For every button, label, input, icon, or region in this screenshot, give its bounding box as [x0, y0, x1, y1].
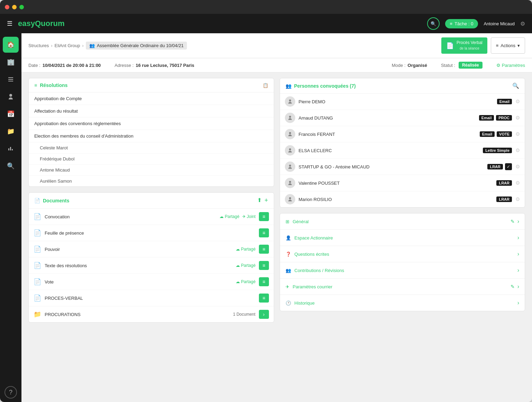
person-badges: LRAR: [496, 196, 512, 202]
lrar-badge: LRAR: [487, 164, 503, 169]
sidebar-item-stats[interactable]: [3, 141, 19, 157]
documents-actions: ⬆ +: [257, 197, 268, 204]
sidebar-item-home[interactable]: 🏠: [3, 37, 19, 53]
persons-icon: 👥: [286, 83, 291, 89]
upload-icon[interactable]: ⬆: [257, 197, 262, 204]
question-icon: ❓: [286, 252, 291, 257]
person-settings-icon[interactable]: ⚙: [515, 115, 520, 121]
resolutions-list: Approbation de Compte Affectation du rés…: [29, 93, 274, 186]
shared-badge: ☁ Partagé: [236, 263, 255, 268]
search-button[interactable]: 🔍: [427, 17, 440, 30]
contributions-row[interactable]: 👥 Contributions / Révisions ›: [280, 262, 525, 279]
breadcrumb-eliant[interactable]: EliAnt Group: [55, 43, 80, 48]
pv-button[interactable]: 📄 Procès Verbal de la séance: [441, 37, 487, 54]
resolution-sub-item: Aurélien Samon: [29, 176, 274, 186]
doc-menu-button[interactable]: ≡: [259, 212, 269, 221]
resolution-item: Affectation du résultat: [29, 105, 274, 117]
resolution-item: Approbation des conventions réglementées: [29, 117, 274, 130]
content-area: ≡ Résolutions 📋 Approbation de Compte Af…: [21, 72, 532, 328]
sidebar-item-calendar[interactable]: 📅: [3, 106, 19, 122]
person-settings-icon[interactable]: ⚙: [515, 131, 520, 137]
params-link[interactable]: ⚙ Paramètres: [496, 63, 525, 68]
main-content: Structures › EliAnt Group › 👥 Assemblée …: [21, 33, 532, 402]
settings-icon[interactable]: ⚙: [520, 20, 525, 27]
general-text: Général: [293, 219, 309, 224]
mode-info: Mode : Organisé: [392, 63, 427, 68]
persons-title: 👥 Personnes convoquées (7): [286, 83, 356, 89]
avatar: [285, 129, 295, 139]
person-settings-icon[interactable]: ⚙: [515, 180, 520, 186]
sidebar-item-users[interactable]: [3, 89, 19, 105]
maximize-button[interactable]: [19, 5, 24, 9]
meeting-icon: 👥: [89, 43, 95, 48]
params-courrier-row[interactable]: ✈ Paramètres courrier ✎ ›: [280, 279, 525, 295]
breadcrumb-structures[interactable]: Structures: [28, 43, 49, 48]
address-value: 16 rue Lecluse, 75017 Paris: [136, 63, 194, 68]
espace-actionnaire-row[interactable]: 👤 Espace Actionnaire ›: [280, 230, 525, 246]
avatar: [285, 96, 295, 107]
questions-ecrites-row[interactable]: ❓ Questions écrites ›: [280, 246, 525, 262]
info-bar: Date : 10/04/2021 de 20:00 à 21:00 Adres…: [21, 58, 532, 72]
minimize-button[interactable]: [12, 5, 17, 9]
sidebar-item-documents[interactable]: 📁: [3, 123, 19, 139]
doc-row-vote: 📄 Vote ☁ Partagé ≡: [29, 274, 274, 290]
person-row: Arnaud DUTANG Email PROC ⚙: [280, 110, 525, 126]
sidebar-item-structures[interactable]: 🏢: [3, 54, 19, 70]
person-badges: Email PROC: [479, 115, 512, 121]
historique-row[interactable]: 🕐 Historique ›: [280, 295, 525, 311]
pv-icon: 📄: [446, 42, 454, 50]
avatar: [285, 113, 295, 123]
sidebar-item-list[interactable]: [3, 71, 19, 87]
person-settings-icon[interactable]: ⚙: [515, 164, 520, 170]
actions-button[interactable]: ≡ Actions ▾: [491, 37, 525, 54]
doc-menu-button[interactable]: ≡: [259, 228, 269, 237]
documents-list: 📄 Convocation ☁ Partagé ✈ Joint ≡ 📄: [29, 209, 274, 322]
sidebar-item-search[interactable]: 🔍: [3, 158, 19, 174]
hamburger-icon[interactable]: ☰: [7, 20, 12, 27]
task-button[interactable]: ≡ Tâche : 0: [445, 19, 478, 28]
doc-menu-button[interactable]: ≡: [259, 294, 269, 303]
user-name: Antoine Micaud: [484, 21, 515, 26]
documents-label: Documents: [43, 198, 69, 203]
person-icon: 👤: [286, 235, 291, 241]
add-document-icon[interactable]: +: [264, 197, 268, 204]
svg-rect-0: [8, 77, 13, 78]
resolution-sub-item: Celeste Marot: [29, 142, 274, 154]
logo: easyQuorum: [18, 19, 65, 28]
app-window: ☰ easyQuorum 🔍 ≡ Tâche : 0 Antoine Micau…: [0, 0, 532, 402]
persons-search-icon[interactable]: 🔍: [512, 82, 519, 89]
close-button[interactable]: [5, 5, 9, 9]
doc-row-procurations: 📁 PROCURATIONS 1 Document ›: [29, 306, 274, 322]
logo-plain: easy: [18, 19, 35, 28]
edit-icon[interactable]: ✎: [511, 284, 515, 289]
statut-section: Statut : Réalisée: [441, 62, 483, 69]
resolution-group: Election des membres du conseil d'Admini…: [29, 130, 274, 142]
sidebar-item-help[interactable]: ?: [4, 386, 17, 399]
resolutions-header: ≡ Résolutions 📋: [29, 78, 274, 93]
doc-name: PROCES-VERBAL: [45, 296, 252, 301]
person-settings-icon[interactable]: ⚙: [515, 98, 520, 105]
doc-menu-button[interactable]: ≡: [259, 261, 269, 270]
breadcrumb: Structures › EliAnt Group › 👥 Assemblée …: [28, 42, 187, 50]
chevron-right-icon: ›: [517, 267, 519, 273]
person-row: Francois FERANT Email VOTE ⚙: [280, 126, 525, 142]
person-settings-icon[interactable]: ⚙: [515, 147, 520, 154]
file-icon: 📄: [34, 229, 41, 237]
doc-name: Vote: [45, 279, 232, 285]
general-row[interactable]: ⊞ Général ✎ ›: [280, 213, 525, 230]
historique-text: Historique: [295, 300, 315, 306]
resolution-item: Approbation de Compte: [29, 93, 274, 105]
doc-menu-button[interactable]: ≡: [259, 277, 269, 286]
doc-arrow-button[interactable]: ›: [259, 310, 269, 319]
lettre-badge: Lettre Simple: [483, 148, 512, 153]
chevron-right-icon: ›: [517, 283, 519, 290]
file-icon: 📄: [34, 213, 41, 220]
resolutions-icon: ≡: [34, 82, 37, 88]
person-settings-icon[interactable]: ⚙: [515, 196, 520, 202]
edit-icon[interactable]: ✎: [511, 219, 515, 224]
doc-name: Texte des résolutions: [45, 263, 232, 268]
pv-label: Procès Verbal: [457, 40, 483, 46]
doc-menu-button[interactable]: ≡: [259, 245, 269, 254]
resolutions-copy-icon[interactable]: 📋: [263, 83, 268, 88]
resolution-sub-item: Frédérique Dubol: [29, 154, 274, 165]
